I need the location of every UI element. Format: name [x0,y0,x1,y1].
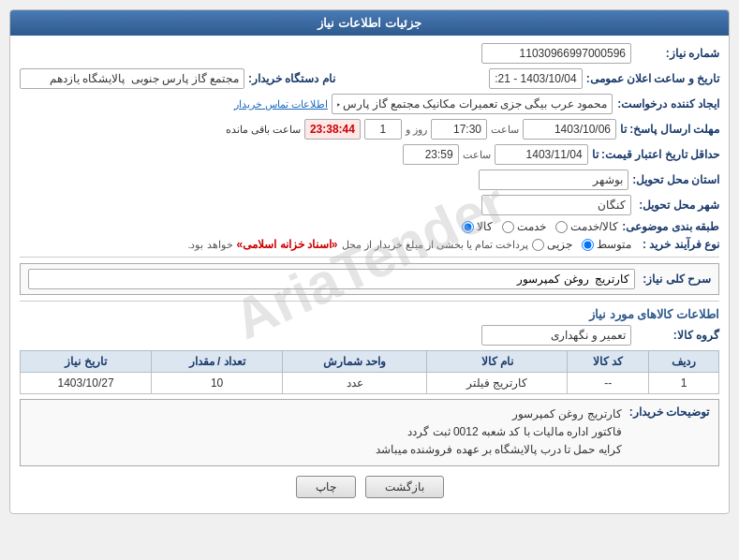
action-buttons: بازگشت چاپ [20,476,719,506]
radio-motavasset[interactable] [582,239,594,251]
items-table: ردیف کد کالا نام کالا واحد شمارش تعداد /… [20,350,719,394]
notes-line2: فاکتور اداره مالیات با کد شعبه 0012 ثبت … [30,423,622,441]
hadeaghal-saat-label: ساعت [463,149,491,161]
col-namkala: نام کالا [427,351,568,373]
panel-title: جزئیات اطلاعات نیاز [318,16,421,30]
notes-line3: کرایه حمل تا درب پالایشگاه بر عهده فروشن… [30,441,622,459]
mohlat-saat-label: ساعت [491,124,519,136]
mohlat-remain-input [304,119,361,140]
noekharid-note: پرداخت تمام یا بخشی از مبلغ خریدار از مح… [342,239,528,251]
namdastgah-row: تاریخ و ساعت اعلان عمومی: نام دستگاه خری… [20,68,719,89]
radio-motavasset-label: متوسط [597,238,631,251]
radio-khadamat[interactable] [502,221,514,233]
ostan-input[interactable] [479,169,628,190]
shomare-label: شماره نیاز: [635,47,719,60]
radio-kala[interactable] [462,221,474,233]
notes-label: توضیحات خریدار: [629,405,709,419]
sarh-label: سرح کلی نیاز: [643,273,711,286]
namdastgah-input[interactable] [20,68,244,89]
sarh-input[interactable] [28,269,635,289]
notes-content: کارتریج روغن کمپرسور فاکتور اداره مالیات… [30,405,622,460]
kalainfo-title: اطلاعات کالاهای مورد نیاز [20,307,719,321]
col-tedad: تعداد / مقدار [152,351,283,373]
radio-kala-label: کالا [477,220,493,233]
col-kodkala: کد کالا [568,351,649,373]
notes-line1: کارتریج روغن کمپرسور [30,405,622,423]
noekharid-link: «اسناد خزانه اسلامی» [237,238,338,251]
mohlat-roz-input[interactable] [364,119,402,140]
shahr-label: شهر محل تحویل: [635,199,719,212]
tabaghe-row: طبقه بندی موضوعی: کالا خدمت کالا/خدمت [20,220,719,233]
radio-kalakhadamat-label: کالا/خدمت [570,220,618,233]
tabaghe-radio-group: کالا خدمت کالا/خدمت [462,220,618,233]
mohlat-saat-input[interactable] [431,119,487,140]
shomare-input[interactable] [481,43,631,64]
ostan-label: استان محل تحویل: [632,173,719,186]
tarikh-input[interactable] [489,68,583,89]
cell-radif: 1 [649,373,719,394]
cell-tarikh: 1403/10/27 [21,373,152,394]
cell-vahed: عدد [283,373,427,394]
main-panel: AriaTender جزئیات اطلاعات نیاز شماره نیا… [9,9,730,514]
remain-label: ساعت باقی مانده [226,124,301,136]
mohlat-label: مهلت ارسال پاسخ: تا [620,123,719,136]
tabaghe-label: طبقه بندی موضوعی: [622,220,719,233]
shahr-input[interactable] [481,195,631,215]
namdastgah-label: نام دستگاه خریدار: [248,72,335,85]
bazgasht-button[interactable]: بازگشت [365,476,444,498]
ostan-row: استان محل تحویل: [20,169,719,190]
radio-kala-item: کالا [462,220,493,233]
mohlat-roz-label: روز و [406,124,427,136]
radio-motavasset-item: متوسط [582,238,631,251]
ijadkonande-row: ایجاد کننده درخواست: اطلاعات تماس خریدار [20,94,719,114]
radio-jozi-item: جزیی [532,238,572,251]
etelaattamas-link[interactable]: اطلاعات تماس خریدار [234,98,328,111]
radio-kalakhadamat-item: کالا/خدمت [555,220,618,233]
col-vahed: واحد شمارش [283,351,427,373]
shomare-row: شماره نیاز: [20,43,719,64]
divider1 [20,257,719,258]
col-tarikh: تاریخ نیاز [21,351,152,373]
table-row: 1 -- کارتریج فیلتر عدد 10 1403/10/27 [21,373,719,394]
shahr-row: شهر محل تحویل: [20,195,719,215]
ijadkonande-input[interactable] [332,94,613,114]
noekharid-suffix: خواهد بود. [187,239,232,251]
grohekala-input[interactable] [481,325,631,346]
radio-khadamat-label: خدمت [517,220,546,233]
divider2 [20,301,719,302]
panel-header: جزئیات اطلاعات نیاز [10,10,729,36]
noekharid-label: نوع فرآیند خرید : [635,238,719,251]
cell-namkala: کارتریج فیلتر [427,373,568,394]
tarikh-label: تاریخ و ساعت اعلان عمومی: [586,72,719,85]
hadeaghal-date-input[interactable] [495,144,588,165]
notes-box: توضیحات خریدار: کارتریج روغن کمپرسور فاک… [20,399,719,466]
grohekala-label: گروه کالا: [635,329,719,342]
hadeaghal-label: حداقل تاریخ اعتبار قیمت: تا [592,148,719,161]
cell-kodkala: -- [568,373,649,394]
radio-kalakhadamat[interactable] [555,221,568,233]
grohekala-row: گروه کالا: [20,325,719,346]
mohlat-row: مهلت ارسال پاسخ: تا ساعت روز و ساعت باقی… [20,119,719,140]
hadeaghal-saat-input[interactable] [403,144,459,165]
noekharid-radio-group: جزیی متوسط [532,238,631,251]
noekharid-row: نوع فرآیند خرید : جزیی متوسط پرداخت تمام… [20,238,719,251]
col-radif: ردیف [649,351,719,373]
ijadkonande-label: ایجاد کننده درخواست: [616,97,719,111]
radio-jozi-label: جزیی [547,238,572,251]
mohlat-date-input[interactable] [523,119,616,140]
hadeaghal-row: حداقل تاریخ اعتبار قیمت: تا ساعت [20,144,719,165]
cell-tedad: 10 [152,373,283,394]
radio-khadamat-item: خدمت [502,220,546,233]
chap-button[interactable]: چاپ [296,476,356,498]
radio-jozi[interactable] [532,239,544,251]
sarh-box: سرح کلی نیاز: [20,263,719,295]
